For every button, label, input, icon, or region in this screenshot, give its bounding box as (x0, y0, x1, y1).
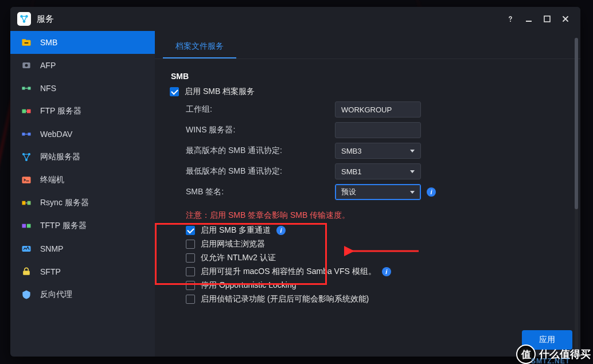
webdav-icon (21, 128, 32, 140)
help-button[interactable] (502, 11, 518, 27)
sidebar-item-label: 网站服务器 (40, 152, 80, 162)
afp-icon (21, 60, 32, 71)
ntlmv2-label: 仅允许 NTLMv2 认证 (201, 253, 276, 263)
enable-smb-label: 启用 SMB 档案服务 (185, 87, 255, 97)
warning-text: 注意：启用 SMB 签章会影响 SMB 传输速度。 (186, 210, 565, 221)
min-smb-select[interactable]: SMB1 (335, 163, 421, 179)
sidebar-item-tftp[interactable]: TFTP 服务器 (10, 214, 155, 237)
terminal-icon (21, 174, 32, 186)
sidebar-item-rsync[interactable]: Rsync 服务器 (10, 191, 155, 214)
sidebar-item-label: AFP (40, 61, 56, 70)
multi-channel-checkbox[interactable] (186, 226, 195, 235)
info-icon[interactable]: i (276, 226, 286, 235)
max-smb-label: 最高版本的 SMB 通讯协定: (186, 146, 335, 156)
proxy-icon (21, 289, 32, 300)
max-smb-select[interactable]: SMB3 (335, 143, 421, 159)
debug-log-checkbox[interactable] (186, 295, 195, 304)
sidebar-item-proxy[interactable]: 反向代理 (10, 283, 155, 306)
sidebar-item-label: 终端机 (40, 175, 64, 185)
svg-rect-13 (27, 109, 31, 113)
svg-rect-12 (22, 109, 26, 113)
ftp-icon (21, 105, 32, 117)
chevron-down-icon (410, 150, 415, 152)
app-icon (17, 12, 31, 26)
samba-vfs-checkbox[interactable] (186, 267, 195, 276)
snmp-icon (21, 243, 32, 255)
sidebar-item-label: 反向代理 (40, 289, 72, 300)
workgroup-input[interactable] (335, 101, 421, 118)
svg-rect-23 (27, 224, 31, 228)
svg-rect-11 (28, 87, 31, 90)
sidebar-item-nfs[interactable]: NFS (10, 77, 155, 100)
ntlmv2-checkbox[interactable] (186, 253, 195, 263)
svg-rect-10 (22, 87, 25, 90)
maximize-button[interactable] (539, 11, 555, 27)
sidebar-item-label: SNMP (40, 244, 63, 253)
sign-label: SMB 签名: (186, 187, 335, 197)
watermark-sub: SMTZ.NET (531, 357, 570, 364)
enable-smb-row: 启用 SMB 档案服务 (170, 87, 565, 97)
sidebar-item-afp[interactable]: AFP (10, 54, 155, 77)
services-window: 服务 SMB AFP NFS (10, 7, 580, 357)
content-area: SMB 启用 SMB 档案服务 工作组: WINS 服务器: 最高 (155, 59, 580, 357)
sidebar-item-label: Rsync 服务器 (40, 198, 89, 208)
sidebar-item-smb[interactable]: SMB (10, 31, 155, 54)
master-browser-checkbox[interactable] (186, 240, 195, 249)
svg-rect-15 (28, 133, 31, 136)
titlebar: 服务 (10, 7, 580, 31)
watermark: 值 什么值得买 SMTZ.NET (516, 345, 591, 364)
scrollbar[interactable] (575, 38, 578, 350)
section-title: SMB (171, 72, 565, 81)
tabs: 档案文件服务 (155, 31, 580, 59)
svg-rect-4 (526, 21, 532, 22)
samba-vfs-label: 启用可提升 macOS 相容性的 Samba VFS 模组。 (201, 267, 376, 277)
svg-rect-22 (22, 224, 26, 228)
info-icon[interactable]: i (427, 187, 436, 197)
tab-file-service[interactable]: 档案文件服务 (163, 34, 236, 58)
min-smb-value: SMB1 (341, 167, 361, 176)
website-icon (21, 151, 32, 163)
sidebar-item-webdav[interactable]: WebDAV (10, 123, 155, 146)
info-icon[interactable]: i (382, 267, 391, 276)
minimize-button[interactable] (521, 11, 537, 27)
multi-channel-label: 启用 SMB 多重通道 (201, 225, 271, 236)
sign-select[interactable]: 预设 (335, 184, 421, 200)
svg-rect-21 (28, 201, 31, 205)
share-folder-icon (21, 37, 32, 48)
workgroup-label: 工作组: (186, 104, 335, 115)
nfs-icon (21, 83, 32, 94)
sftp-icon (21, 266, 32, 277)
chevron-down-icon (410, 191, 415, 194)
sidebar-item-label: SFTP (40, 267, 61, 276)
svg-rect-20 (22, 201, 26, 205)
sidebar-item-sftp[interactable]: SFTP (10, 260, 155, 283)
window-title: 服务 (37, 14, 54, 25)
sidebar-item-website[interactable]: 网站服务器 (10, 146, 155, 169)
sidebar-item-label: NFS (40, 84, 56, 93)
close-button[interactable] (557, 11, 574, 27)
sidebar-item-label: FTP 服务器 (40, 106, 81, 116)
opp-locking-checkbox[interactable] (186, 281, 195, 290)
sidebar-item-label: SMB (40, 38, 57, 47)
wins-input[interactable] (335, 122, 421, 138)
main-panel: 档案文件服务 SMB 启用 SMB 档案服务 工作组: WINS 服务器: (155, 31, 580, 357)
sidebar-item-label: WebDAV (40, 130, 72, 139)
sign-value: 预设 (341, 187, 356, 197)
rsync-icon (21, 197, 32, 209)
enable-smb-checkbox[interactable] (170, 87, 179, 96)
sidebar: SMB AFP NFS FTP 服务器 WebDAV 网站服务器 (10, 31, 155, 357)
svg-point-3 (510, 21, 511, 22)
master-browser-label: 启用网域主浏览器 (201, 239, 265, 249)
wins-label: WINS 服务器: (186, 125, 335, 135)
scrollbar-thumb[interactable] (575, 38, 578, 209)
svg-rect-19 (22, 177, 31, 183)
sidebar-item-terminal[interactable]: 终端机 (10, 169, 155, 191)
svg-rect-14 (22, 133, 25, 136)
opp-locking-label: 停用 Opportunistic Locking (201, 280, 296, 291)
sidebar-item-snmp[interactable]: SNMP (10, 237, 155, 260)
chevron-down-icon (410, 170, 415, 173)
svg-rect-7 (22, 39, 26, 41)
sidebar-item-ftp[interactable]: FTP 服务器 (10, 100, 155, 123)
debug-log-label: 启用侦错记录功能 (开启后可能会影响系统效能) (201, 294, 369, 304)
min-smb-label: 最低版本的 SMB 通讯协定: (186, 166, 335, 177)
